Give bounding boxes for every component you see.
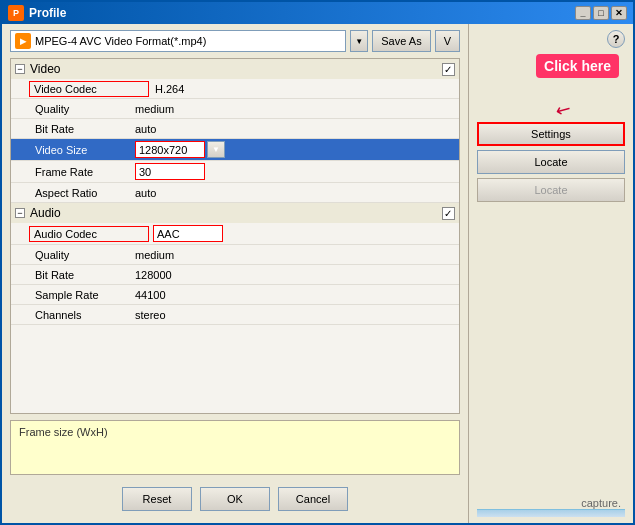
- sample-rate-label: Sample Rate: [11, 287, 131, 303]
- video-checkbox[interactable]: ✓: [442, 63, 455, 76]
- properties-grid: − Video ✓ Video Codec H.264 Quality medi…: [10, 58, 460, 414]
- v-button[interactable]: V: [435, 30, 460, 52]
- bit-rate-label: Bit Rate: [11, 121, 131, 137]
- maximize-button[interactable]: □: [593, 6, 609, 20]
- video-size-value: ▼: [131, 139, 459, 160]
- left-panel: ▶ MPEG-4 AVC Video Format(*.mp4) ▼ Save …: [2, 24, 469, 523]
- quality-value: medium: [131, 101, 459, 117]
- locate-button[interactable]: Locate: [477, 150, 625, 174]
- video-codec-value: H.264: [151, 81, 459, 97]
- audio-bit-rate-value: 128000: [131, 267, 459, 283]
- info-text: Frame size (WxH): [19, 426, 108, 438]
- profile-window: P Profile _ □ ✕ ▶ MPEG-4 AVC Video Forma…: [0, 0, 635, 525]
- settings-button[interactable]: Settings: [477, 122, 625, 146]
- sample-rate-value: 44100: [131, 287, 459, 303]
- aspect-ratio-value: auto: [131, 185, 459, 201]
- window-title: Profile: [29, 6, 66, 20]
- bit-rate-value: auto: [131, 121, 459, 137]
- close-button[interactable]: ✕: [611, 6, 627, 20]
- right-panel: ? Click here ↙ Settings Locate Locate ca…: [469, 24, 633, 523]
- audio-quality-value: medium: [131, 247, 459, 263]
- table-row: Audio Codec: [11, 223, 459, 245]
- video-size-dropdown-arrow[interactable]: ▼: [207, 141, 225, 158]
- frame-rate-value: [131, 161, 459, 182]
- video-size-input[interactable]: [135, 141, 205, 158]
- channels-value: stereo: [131, 307, 459, 323]
- format-dropdown-arrow[interactable]: ▼: [350, 30, 368, 52]
- video-codec-label: Video Codec: [29, 81, 149, 97]
- table-row: Channels stereo: [11, 305, 459, 325]
- table-row: Bit Rate auto: [11, 119, 459, 139]
- capture-text: capture.: [477, 497, 625, 509]
- video-section-label: Video: [30, 62, 60, 76]
- table-row: Quality medium: [11, 245, 459, 265]
- audio-section-label: Audio: [30, 206, 61, 220]
- locate2-button: Locate: [477, 178, 625, 202]
- format-icon: ▶: [15, 33, 31, 49]
- audio-quality-label: Quality: [11, 247, 131, 263]
- content-area: ▶ MPEG-4 AVC Video Format(*.mp4) ▼ Save …: [2, 24, 633, 523]
- spacer: [477, 206, 625, 497]
- audio-checkbox[interactable]: ✓: [442, 207, 455, 220]
- frame-rate-input[interactable]: [135, 163, 205, 180]
- info-box: Frame size (WxH): [10, 420, 460, 475]
- cancel-button[interactable]: Cancel: [278, 487, 348, 511]
- channels-label: Channels: [11, 307, 131, 323]
- title-bar: P Profile _ □ ✕: [2, 2, 633, 24]
- audio-section-header[interactable]: − Audio ✓: [11, 203, 459, 223]
- bottom-strip: [477, 509, 625, 517]
- audio-codec-label: Audio Codec: [29, 226, 149, 242]
- table-row: Aspect Ratio auto: [11, 183, 459, 203]
- minimize-button[interactable]: _: [575, 6, 591, 20]
- frame-rate-label: Frame Rate: [11, 164, 131, 180]
- table-row: Sample Rate 44100: [11, 285, 459, 305]
- reset-button[interactable]: Reset: [122, 487, 192, 511]
- table-row: Frame Rate: [11, 161, 459, 183]
- right-top: ?: [477, 30, 625, 48]
- audio-codec-value: [149, 223, 459, 244]
- audio-toggle[interactable]: −: [15, 208, 25, 218]
- quality-label: Quality: [11, 101, 131, 117]
- help-button[interactable]: ?: [607, 30, 625, 48]
- audio-bit-rate-label: Bit Rate: [11, 267, 131, 283]
- format-bar: ▶ MPEG-4 AVC Video Format(*.mp4) ▼ Save …: [10, 30, 460, 52]
- table-row[interactable]: Video Size ▼: [11, 139, 459, 161]
- arrow-icon: ↙: [552, 97, 576, 124]
- video-section-header[interactable]: − Video ✓: [11, 59, 459, 79]
- window-icon: P: [8, 5, 24, 21]
- format-select[interactable]: ▶ MPEG-4 AVC Video Format(*.mp4): [10, 30, 346, 52]
- click-here-label: Click here: [536, 54, 619, 78]
- table-row: Video Codec H.264: [11, 79, 459, 99]
- aspect-ratio-label: Aspect Ratio: [11, 185, 131, 201]
- audio-codec-input[interactable]: [153, 225, 223, 242]
- table-row: Quality medium: [11, 99, 459, 119]
- table-row: Bit Rate 128000: [11, 265, 459, 285]
- video-toggle[interactable]: −: [15, 64, 25, 74]
- button-bar: Reset OK Cancel: [10, 483, 460, 517]
- ok-button[interactable]: OK: [200, 487, 270, 511]
- side-buttons-group: Settings Locate Locate: [477, 122, 625, 206]
- video-size-label: Video Size: [11, 142, 131, 158]
- format-text: MPEG-4 AVC Video Format(*.mp4): [35, 35, 341, 47]
- save-as-button[interactable]: Save As: [372, 30, 430, 52]
